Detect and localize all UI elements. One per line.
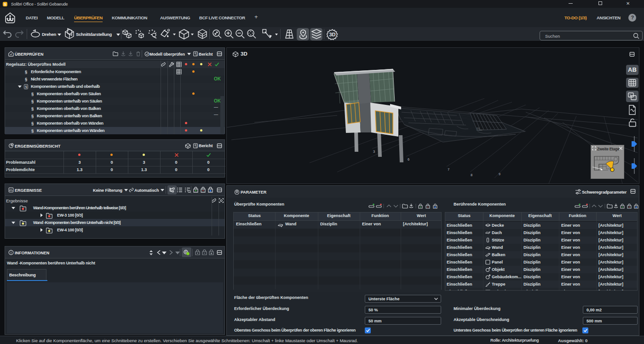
svg-text:21.65m2: 21.65m2 xyxy=(477,129,483,131)
svg-text:9: 9 xyxy=(499,172,500,176)
svg-text:3: 3 xyxy=(373,149,375,154)
svg-text:3D: 3D xyxy=(329,32,336,37)
svg-text:7: 7 xyxy=(448,167,449,172)
svg-text:8: 8 xyxy=(471,173,472,177)
svg-text:6: 6 xyxy=(408,157,409,161)
